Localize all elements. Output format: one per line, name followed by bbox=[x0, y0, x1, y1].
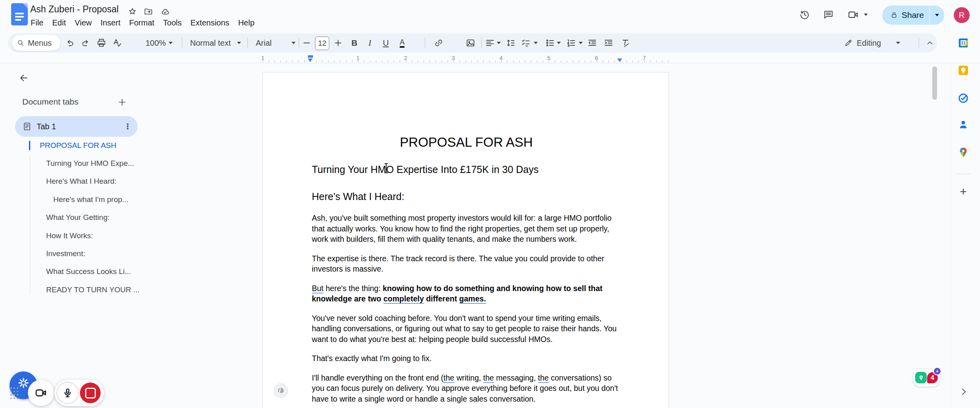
paint-format-button[interactable] bbox=[125, 36, 140, 50]
menu-view[interactable]: View bbox=[70, 18, 96, 28]
menu-file[interactable]: File bbox=[26, 18, 48, 28]
doc-heading-text[interactable]: Here's What I Heard: bbox=[312, 190, 621, 203]
pencil-icon bbox=[844, 39, 853, 47]
right-indent-marker[interactable] bbox=[617, 58, 622, 62]
text-run: messaging, bbox=[494, 373, 538, 382]
bold-button[interactable]: B bbox=[347, 36, 362, 50]
first-line-indent-marker[interactable] bbox=[308, 58, 313, 62]
font-select[interactable]: Arial bbox=[253, 36, 298, 50]
ruler[interactable]: 11234567 bbox=[262, 55, 669, 63]
version-history-icon[interactable] bbox=[799, 9, 811, 21]
outline-item[interactable]: Here's What I Heard: bbox=[46, 177, 117, 186]
paragraph[interactable]: But here's the thing: knowing how to do … bbox=[312, 283, 621, 304]
bullet-list-button[interactable] bbox=[543, 36, 557, 50]
italic-button[interactable]: I bbox=[363, 36, 377, 50]
left-indent-marker[interactable] bbox=[308, 55, 313, 58]
document-page[interactable]: PROPOSAL FOR ASH Turning Your HMO Expert… bbox=[262, 72, 669, 408]
insert-comment-button[interactable] bbox=[447, 36, 461, 50]
collapse-toolbar-button[interactable] bbox=[923, 36, 937, 50]
bullet-list-button-caret-icon[interactable] bbox=[557, 42, 561, 44]
style-select[interactable]: Normal text bbox=[188, 36, 243, 50]
doc-subtitle-text[interactable]: Turning Your HMO Expertise Into £175K in… bbox=[312, 163, 621, 176]
tab-item[interactable]: Tab 1 bbox=[15, 116, 138, 137]
menu-extensions[interactable]: Extensions bbox=[186, 18, 234, 28]
vertical-scrollbar[interactable] bbox=[932, 66, 937, 100]
mode-button[interactable]: Editing bbox=[844, 36, 900, 50]
menu-format[interactable]: Format bbox=[125, 18, 159, 28]
paragraph[interactable]: The expertise is there. The track record… bbox=[312, 253, 621, 274]
get-addons-button[interactable]: + bbox=[957, 185, 970, 198]
close-outline-button[interactable] bbox=[14, 68, 33, 87]
text-run: That's exactly what I'm going to fix. bbox=[312, 354, 432, 363]
menus-button[interactable]: Menus bbox=[12, 35, 60, 51]
mic-toggle-button[interactable] bbox=[56, 382, 79, 404]
tasks-icon[interactable] bbox=[957, 92, 970, 105]
document-title[interactable]: Ash Zuberi - Proposal bbox=[30, 4, 119, 15]
outline-item[interactable]: What Your Getting: bbox=[46, 213, 110, 222]
clear-format-button[interactable] bbox=[618, 36, 633, 50]
camera-toggle-button[interactable] bbox=[28, 380, 54, 406]
numbered-list-button-caret-icon[interactable] bbox=[579, 42, 583, 44]
undo-button[interactable] bbox=[63, 36, 77, 50]
tab-options-kebab-icon[interactable] bbox=[123, 122, 132, 131]
paragraph[interactable]: I'll handle everything on the front end … bbox=[312, 373, 621, 404]
font-size-decrease[interactable] bbox=[299, 36, 314, 50]
numbered-list-button[interactable] bbox=[564, 36, 578, 50]
expand-panel-chevron[interactable] bbox=[959, 387, 969, 397]
video-call-caret-icon[interactable] bbox=[864, 14, 868, 16]
menu-edit[interactable]: Edit bbox=[48, 18, 70, 28]
contacts-icon[interactable] bbox=[957, 118, 970, 131]
menu-help[interactable]: Help bbox=[234, 18, 259, 28]
lightbulb-icon[interactable] bbox=[915, 372, 927, 383]
paragraph[interactable]: You've never sold coaching before. You d… bbox=[312, 313, 621, 345]
video-call-icon[interactable] bbox=[847, 9, 859, 21]
calendar-icon[interactable]: 31 bbox=[957, 37, 970, 49]
document-content[interactable]: PROPOSAL FOR ASH Turning Your HMO Expert… bbox=[312, 134, 621, 404]
spellcheck-button[interactable] bbox=[110, 36, 124, 50]
underline-button[interactable]: U bbox=[379, 36, 393, 50]
outline-item[interactable]: What Success Looks Li... bbox=[46, 267, 131, 276]
paragraph[interactable]: Ash, you've built something most propert… bbox=[312, 213, 621, 245]
paragraph[interactable]: That's exactly what I'm going to fix. bbox=[312, 353, 621, 364]
avatar[interactable]: R bbox=[954, 7, 970, 23]
text-color-button[interactable]: A bbox=[395, 36, 409, 50]
print-button[interactable] bbox=[94, 36, 109, 50]
comments-icon[interactable] bbox=[822, 9, 834, 21]
line-spacing-button[interactable] bbox=[504, 36, 518, 50]
doc-title-text[interactable]: PROPOSAL FOR ASH bbox=[312, 134, 621, 151]
cloud-status-icon[interactable] bbox=[159, 6, 171, 17]
star-icon[interactable] bbox=[126, 6, 138, 17]
drag-handle-dots[interactable] bbox=[10, 387, 18, 399]
outline-item[interactable]: Turning Your HMO Expe... bbox=[46, 159, 134, 168]
share-caret-icon[interactable] bbox=[930, 14, 944, 16]
move-folder-icon[interactable] bbox=[142, 6, 154, 17]
outline-item[interactable]: Here's what I'm prop... bbox=[53, 195, 128, 204]
stop-recording-button[interactable] bbox=[80, 383, 101, 403]
docs-logo-icon[interactable] bbox=[11, 3, 28, 25]
maps-icon[interactable] bbox=[957, 146, 970, 159]
outdent-button[interactable] bbox=[585, 36, 599, 50]
font-size-input[interactable]: 12 bbox=[315, 37, 329, 50]
font-size-increase[interactable] bbox=[331, 36, 345, 50]
menu-tools[interactable]: Tools bbox=[159, 18, 186, 28]
indent-button[interactable] bbox=[601, 36, 616, 50]
menu-insert[interactable]: Insert bbox=[96, 18, 125, 28]
keep-icon[interactable] bbox=[957, 64, 970, 77]
share-button[interactable]: Share bbox=[882, 6, 944, 25]
outline-item[interactable]: READY TO TURN YOUR ... bbox=[46, 286, 140, 294]
checklist-button[interactable] bbox=[519, 36, 533, 50]
extension-widget[interactable]: 4 + bbox=[913, 369, 939, 387]
highlight-button[interactable] bbox=[412, 36, 426, 50]
outline-item[interactable]: Investment: bbox=[46, 249, 85, 258]
insert-image-button[interactable] bbox=[463, 36, 478, 50]
outline-item[interactable]: PROPOSAL FOR ASH bbox=[40, 141, 117, 150]
insert-link-button[interactable] bbox=[432, 36, 446, 50]
checklist-button-caret-icon[interactable] bbox=[534, 42, 538, 44]
zoom-select[interactable]: 100% bbox=[143, 36, 175, 50]
align-button-caret-icon[interactable] bbox=[497, 42, 501, 44]
outline-item[interactable]: How It Works: bbox=[46, 231, 93, 240]
proofread-button[interactable] bbox=[274, 384, 288, 397]
add-tab-button[interactable] bbox=[116, 96, 128, 108]
align-button[interactable] bbox=[483, 36, 497, 50]
redo-button[interactable] bbox=[78, 36, 93, 50]
